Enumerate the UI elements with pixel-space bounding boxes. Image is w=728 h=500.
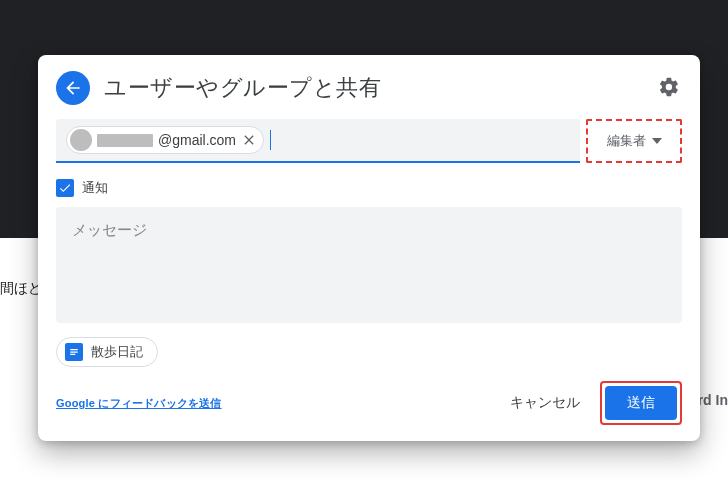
recipient-email-suffix: @gmail.com — [158, 132, 236, 148]
dialog-footer: Google にフィードバックを送信 キャンセル 送信 — [56, 381, 682, 425]
recipient-chip[interactable]: @gmail.com — [66, 126, 264, 154]
send-button[interactable]: 送信 — [605, 386, 677, 420]
cancel-button[interactable]: キャンセル — [496, 386, 594, 420]
feedback-link[interactable]: Google にフィードバックを送信 — [56, 396, 222, 411]
dialog-title: ユーザーやグループと共有 — [104, 73, 658, 103]
attachment-name: 散歩日記 — [91, 343, 143, 361]
notify-row: 通知 — [56, 179, 682, 197]
message-placeholder: メッセージ — [72, 221, 666, 240]
avatar — [70, 129, 92, 151]
attachment-row: 散歩日記 — [56, 337, 682, 367]
dialog-header: ユーザーやグループと共有 — [38, 55, 700, 115]
recipient-row: @gmail.com 編集者 — [56, 119, 682, 163]
role-dropdown[interactable]: 編集者 — [586, 119, 682, 163]
arrow-left-icon — [63, 78, 83, 98]
settings-button[interactable] — [658, 76, 682, 100]
close-icon — [241, 132, 257, 148]
attachment-chip[interactable]: 散歩日記 — [56, 337, 158, 367]
send-button-highlight: 送信 — [600, 381, 682, 425]
chevron-down-icon — [652, 136, 662, 146]
notify-label: 通知 — [82, 179, 108, 197]
message-textarea[interactable]: メッセージ — [56, 207, 682, 323]
notify-checkbox[interactable] — [56, 179, 74, 197]
remove-recipient-button[interactable] — [241, 132, 257, 148]
text-caret — [270, 130, 271, 150]
redacted-name — [97, 134, 153, 147]
recipient-input[interactable]: @gmail.com — [56, 119, 580, 163]
gear-icon — [658, 76, 680, 98]
role-label: 編集者 — [607, 132, 646, 150]
back-button[interactable] — [56, 71, 90, 105]
docs-icon — [65, 343, 83, 361]
check-icon — [58, 181, 72, 195]
share-dialog: ユーザーやグループと共有 @gmail.com 編集者 通知 — [38, 55, 700, 441]
